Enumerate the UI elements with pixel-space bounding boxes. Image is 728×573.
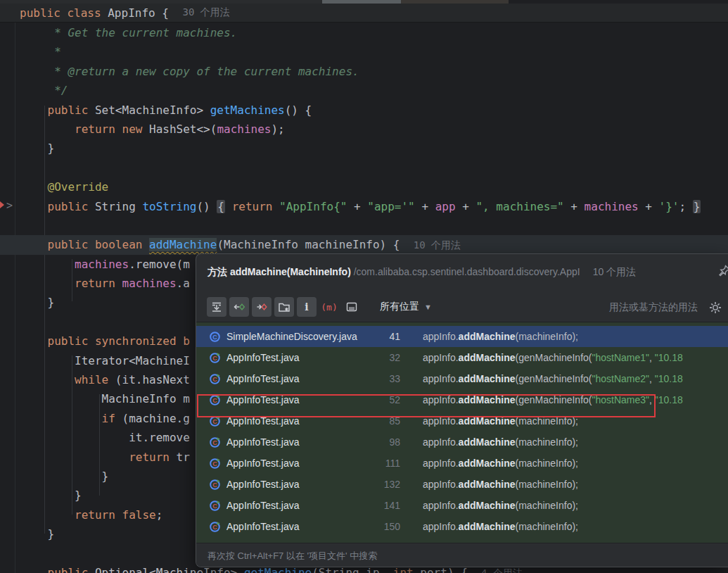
write-access-icon[interactable] [252, 297, 272, 317]
svg-text:(m): (m) [321, 302, 337, 313]
test-class-icon: C [209, 521, 221, 533]
code-line: return new HashSet<>(machines); [20, 120, 701, 139]
file-name: AppInfoTest.java [226, 436, 300, 448]
svg-text:C: C [212, 418, 217, 425]
gear-icon[interactable] [708, 300, 723, 315]
usage-row[interactable]: CAppInfoTest.java98appInfo.addMachine(ma… [196, 432, 728, 453]
info-icon[interactable]: i [297, 297, 317, 317]
sticky-class-header: public class AppInfo { 30 个用法 [0, 4, 728, 23]
svg-text:C: C [212, 481, 217, 489]
find-usages-popup: 方法 addMachine(MachineInfo) /com.alibaba.… [196, 253, 728, 567]
usage-row[interactable]: CAppInfoTest.java85appInfo.addMachine(ma… [196, 410, 728, 432]
popup-header: 方法 addMachine(MachineInfo) /com.alibaba.… [196, 254, 728, 292]
usage-row[interactable]: CAppInfoTest.java33appInfo.addMachine(ge… [196, 368, 728, 389]
svg-text:C: C [212, 397, 217, 404]
code-line: */ [20, 81, 701, 100]
svg-text:C: C [212, 503, 217, 510]
test-class-icon: C [209, 436, 221, 448]
test-class-icon: C [209, 415, 221, 427]
test-class-icon: C [209, 373, 221, 385]
fold-chevron-icon[interactable]: > [6, 199, 13, 212]
code-line [20, 158, 701, 177]
pin-icon[interactable] [717, 263, 728, 279]
class-keyword: public class [20, 6, 101, 20]
usage-code: appInfo.addMachine(machineInfo); [423, 500, 728, 511]
read-access-icon[interactable] [229, 297, 249, 317]
usage-list: CSimpleMachineDiscovery.java41appInfo.ad… [196, 322, 728, 543]
usage-row[interactable]: CSimpleMachineDiscovery.java41appInfo.ad… [196, 326, 728, 347]
class-name: AppInfo { [101, 6, 176, 20]
usage-row[interactable]: CAppInfoTest.java141appInfo.addMachine(m… [196, 495, 728, 516]
usage-row[interactable]: CAppInfoTest.java150appInfo.addMachine(m… [196, 516, 728, 537]
svg-text:C: C [212, 439, 217, 446]
svg-text:C: C [212, 524, 217, 531]
svg-text:C: C [212, 334, 217, 341]
file-name: SimpleMachineDiscovery.java [226, 331, 357, 342]
usage-code: appInfo.addMachine(machineInfo); [423, 521, 728, 532]
code-line: @Override [20, 177, 701, 196]
file-name: AppInfoTest.java [226, 394, 300, 405]
svg-text:i: i [305, 301, 308, 313]
code-line: * [20, 42, 701, 61]
group-by-file-icon[interactable] [274, 297, 294, 317]
scope-label: 所有位置 [380, 301, 419, 313]
file-name: AppInfoTest.java [226, 373, 300, 384]
usage-row[interactable]: CAppInfoTest.java52appInfo.addMachine(ge… [196, 389, 728, 410]
chevron-down-icon: ▼ [424, 303, 432, 311]
method-signature: addMachine(MachineInfo) [230, 266, 354, 277]
toolbar-right: 用法或基方法的用法 [609, 292, 723, 322]
code-line: * Get the current machines. [20, 23, 701, 42]
popup-toolbar: i(m) 所有位置 ▼ 用法或基方法的用法 [196, 292, 728, 322]
toolbar-icons: i(m) [207, 297, 364, 317]
line-number: 150 [365, 521, 400, 532]
file-name: AppInfoTest.java [226, 521, 300, 532]
file-name: AppInfoTest.java [226, 415, 300, 427]
file-name: AppInfoTest.java [226, 352, 300, 363]
code-line: public Set<MachineInfo> getMachines() { [20, 101, 701, 120]
test-class-icon: C [209, 458, 221, 470]
usage-row[interactable]: CAppInfoTest.java32appInfo.addMachine(ge… [196, 347, 728, 368]
test-class-icon: C [209, 479, 221, 491]
code-line: public String toString() { return "AppIn… [20, 197, 701, 216]
gutter-red-marker [0, 201, 4, 208]
line-number: 132 [365, 479, 400, 490]
usage-code: appInfo.addMachine(genMachineInfo("hostN… [423, 352, 728, 363]
usage-code: appInfo.addMachine(machineInfo); [423, 458, 728, 469]
usage-code: appInfo.addMachine(genMachineInfo("hostN… [423, 373, 728, 384]
file-name: AppInfoTest.java [226, 458, 300, 469]
options-list-icon[interactable] [342, 297, 362, 317]
usage-code: appInfo.addMachine(machineInfo); [423, 479, 728, 490]
gutter-divider [15, 22, 15, 573]
code-line: * @return a new copy of the current mach… [20, 62, 701, 81]
line-number: 33 [365, 373, 400, 384]
method-scope-icon[interactable]: (m) [319, 297, 339, 317]
line-number: 52 [365, 394, 400, 405]
svg-text:C: C [212, 355, 217, 362]
ide-window: * Get the current machines. * * @return … [0, 0, 728, 573]
usage-row[interactable]: CAppInfoTest.java132appInfo.addMachine(m… [196, 474, 728, 495]
usage-kind-label: 方法 [207, 266, 230, 277]
svg-text:C: C [212, 376, 217, 383]
preview-dock-icon[interactable] [207, 297, 226, 317]
usages-count: 10 个用法 [593, 266, 636, 277]
class-icon: C [209, 331, 221, 343]
file-name: AppInfoTest.java [226, 500, 300, 511]
file-name: AppInfoTest.java [226, 479, 300, 490]
line-number: 141 [365, 500, 400, 511]
popup-hint-bar: 再次按 Ctrl+Alt+F7 以在 '项目文件' 中搜索 [196, 543, 728, 567]
code-line [20, 216, 701, 235]
line-number: 98 [365, 436, 400, 448]
code-line: public boolean addMachine(MachineInfo ma… [20, 235, 701, 254]
test-class-icon: C [209, 394, 221, 406]
line-number: 85 [365, 415, 400, 427]
test-class-icon: C [209, 500, 221, 512]
scope-dropdown[interactable]: 所有位置 ▼ [380, 301, 432, 313]
code-line: } [20, 139, 701, 158]
usage-code: appInfo.addMachine(genMachineInfo("hostN… [423, 394, 728, 405]
line-number: 32 [365, 352, 400, 363]
package-path: /com.alibaba.csp.sentinel.dashboard.disc… [354, 266, 580, 277]
usage-code: appInfo.addMachine(machineInfo); [423, 415, 728, 427]
class-usages-count: 30 个用法 [183, 6, 230, 19]
usage-row[interactable]: CAppInfoTest.java111appInfo.addMachine(m… [196, 453, 728, 474]
test-class-icon: C [209, 352, 221, 364]
